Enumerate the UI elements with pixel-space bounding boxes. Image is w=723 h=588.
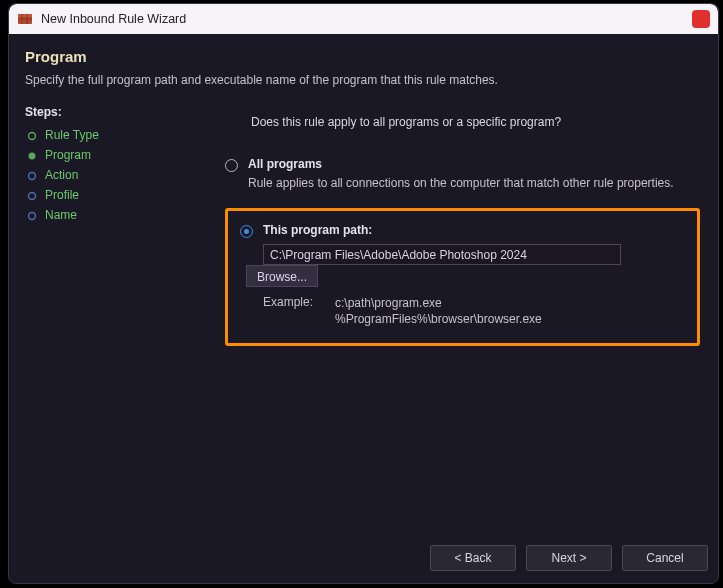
example-line-2: %ProgramFiles%\browser\browser.exe [335, 312, 542, 326]
option-this-program-path[interactable]: This program path: Browse... Example: c:… [240, 223, 681, 327]
step-label: Rule Type [45, 128, 99, 142]
option-path-label: This program path: [263, 223, 372, 237]
svg-rect-1 [18, 14, 32, 17]
step-program[interactable]: Program [25, 145, 205, 165]
step-bullet-icon [27, 210, 37, 220]
option-all-desc: Rule applies to all connections on the c… [248, 176, 700, 190]
step-name[interactable]: Name [25, 205, 205, 225]
step-profile[interactable]: Profile [25, 185, 205, 205]
question-text: Does this rule apply to all programs or … [251, 115, 700, 129]
steps-sidebar: Steps: Rule Type Program Action [17, 97, 209, 346]
close-button[interactable] [692, 10, 710, 28]
wizard-header: Program Specify the full program path an… [9, 34, 718, 97]
step-bullet-icon [27, 130, 37, 140]
highlighted-section: This program path: Browse... Example: c:… [225, 208, 700, 346]
step-action[interactable]: Action [25, 165, 205, 185]
wizard-footer: < Back Next > Cancel [430, 545, 708, 571]
example-block: Example: c:\path\program.exe %ProgramFil… [263, 295, 681, 327]
svg-point-6 [29, 153, 36, 160]
browse-button[interactable]: Browse... [246, 265, 318, 287]
steps-heading: Steps: [25, 105, 205, 119]
cancel-button[interactable]: Cancel [622, 545, 708, 571]
window-title: New Inbound Rule Wizard [41, 12, 186, 26]
svg-point-5 [29, 133, 36, 140]
step-label: Program [45, 148, 91, 162]
svg-point-9 [29, 213, 36, 220]
firewall-app-icon [17, 11, 33, 27]
svg-point-7 [29, 173, 36, 180]
step-rule-type[interactable]: Rule Type [25, 125, 205, 145]
example-line-1: c:\path\program.exe [335, 296, 442, 310]
option-all-programs[interactable]: All programs Rule applies to all connect… [225, 157, 700, 190]
step-bullet-icon [27, 170, 37, 180]
back-button[interactable]: < Back [430, 545, 516, 571]
step-label: Profile [45, 188, 79, 202]
titlebar: New Inbound Rule Wizard [9, 4, 718, 34]
step-label: Action [45, 168, 78, 182]
radio-all-programs[interactable] [225, 159, 238, 172]
wizard-window: New Inbound Rule Wizard Program Specify … [8, 3, 719, 584]
option-all-label: All programs [248, 157, 322, 171]
step-bullet-icon [27, 150, 37, 160]
next-button[interactable]: Next > [526, 545, 612, 571]
step-bullet-icon [27, 190, 37, 200]
wizard-main: Does this rule apply to all programs or … [209, 97, 710, 346]
example-label: Example: [263, 295, 335, 327]
program-path-input[interactable] [263, 244, 621, 265]
svg-point-8 [29, 193, 36, 200]
page-title: Program [25, 48, 702, 65]
radio-this-program-path[interactable] [240, 225, 253, 238]
page-description: Specify the full program path and execut… [25, 73, 702, 87]
step-label: Name [45, 208, 77, 222]
